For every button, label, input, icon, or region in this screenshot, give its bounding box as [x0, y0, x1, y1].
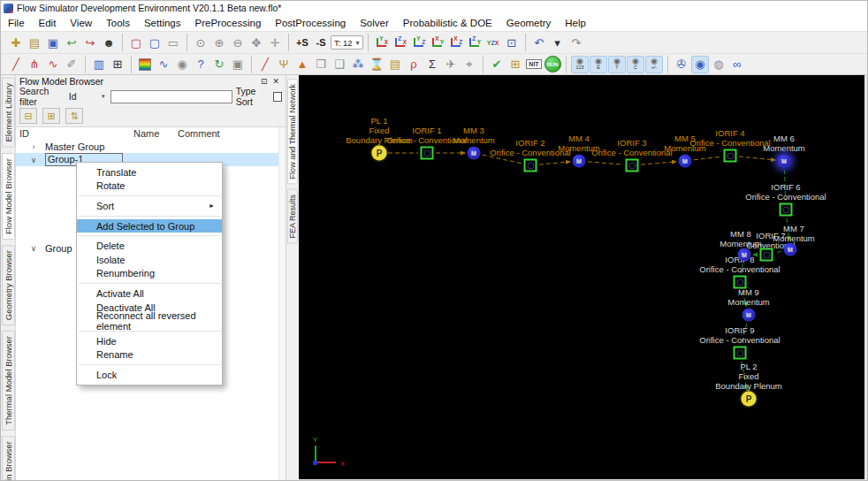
zoom-in-button[interactable]: ⊕	[210, 34, 228, 51]
select-elements-button[interactable]: ▢	[146, 34, 164, 51]
search-input[interactable]	[110, 90, 232, 103]
flame-plot-button[interactable]: ▲	[293, 56, 311, 73]
context-menu-item-translate[interactable]: Translate	[77, 165, 222, 179]
node-iorif2[interactable]	[524, 159, 537, 172]
export-model-button[interactable]: ↪	[81, 34, 99, 51]
box-3d-button[interactable]: ❒	[312, 56, 330, 73]
undo-history-button[interactable]: ▾	[549, 34, 567, 51]
menu-view[interactable]: View	[63, 17, 99, 29]
context-menu-item-delete[interactable]: Delete	[77, 239, 222, 253]
menu-settings[interactable]: Settings	[137, 17, 188, 29]
create-element-button[interactable]: ╱	[7, 56, 25, 73]
add-to-group-button[interactable]: ⊟	[19, 108, 37, 124]
aero-mode-button[interactable]: ✈	[442, 56, 460, 73]
check-model-button[interactable]: ✔	[488, 56, 506, 73]
node-iorif7[interactable]	[760, 248, 773, 262]
tab-thermal-model-browser[interactable]: Thermal Model Browser	[2, 331, 15, 431]
calculator-button[interactable]: ⊞	[506, 56, 524, 73]
nit-button[interactable]: NIT	[525, 56, 543, 73]
view-zy-button[interactable]: ZY	[466, 34, 483, 51]
decrease-symbol-size-button[interactable]: -S	[312, 34, 330, 51]
create-chain-button[interactable]: ∿	[44, 56, 62, 73]
float-panel-icon[interactable]: ⊡	[258, 77, 270, 86]
refresh-results-button[interactable]: ↻	[210, 56, 228, 73]
increase-symbol-size-button[interactable]: +S	[293, 34, 311, 51]
tab-geometry-browser[interactable]: Geometry Browser	[2, 245, 15, 325]
node-mm3[interactable]: M	[468, 147, 481, 160]
network-canvas[interactable]: Y X PPL 1FixedBoundary PlenumIORIF 1Orif…	[299, 75, 867, 481]
menu-postprocessing[interactable]: PostProcessing	[268, 17, 353, 29]
zoom-out-button[interactable]: ⊖	[229, 34, 247, 51]
node-mm7[interactable]: M	[784, 243, 797, 256]
node-mm4[interactable]: M	[573, 155, 586, 168]
menu-tools[interactable]: Tools	[99, 17, 137, 29]
redo-button[interactable]: ↷	[567, 34, 585, 51]
element-tool-button[interactable]: ╱	[256, 56, 274, 73]
node-pl1[interactable]: P	[372, 146, 387, 161]
undo-button[interactable]: ↶	[530, 34, 548, 51]
save-results-button[interactable]: ▣	[229, 56, 247, 73]
node-mm9[interactable]: M	[742, 309, 756, 322]
import-model-button[interactable]: ↩	[63, 34, 80, 51]
view-result-button[interactable]: ◉	[173, 56, 191, 73]
select-nodes-button[interactable]: ▢	[127, 34, 145, 51]
plot-curves-button[interactable]: ∿	[155, 56, 172, 73]
zoom-window-button[interactable]: ⊙	[192, 34, 209, 51]
view-zx-button[interactable]: ZX	[392, 34, 409, 51]
fit-screen-button[interactable]: ⊡	[503, 34, 521, 51]
query-info-button[interactable]: ?	[192, 56, 209, 73]
snapshot-button[interactable]: ✇	[673, 56, 690, 73]
box-3d-alt-button[interactable]: ❑	[331, 56, 348, 73]
menu-solver[interactable]: Solver	[353, 17, 396, 29]
show-signs-button[interactable]: ◉+/-	[645, 56, 663, 73]
tree-row-master-group[interactable]: ›Master Group	[16, 140, 286, 153]
menu-preprocessing[interactable]: PreProcessing	[188, 17, 269, 29]
context-menu-item-hide[interactable]: Hide	[77, 334, 222, 348]
context-menu-item-rename[interactable]: Rename	[77, 348, 222, 363]
context-menu-item-rotate[interactable]: Rotate	[77, 179, 222, 194]
panel-scrollbar[interactable]	[278, 127, 286, 481]
type-sort-checkbox[interactable]	[273, 92, 282, 102]
summation-button[interactable]: Σ	[423, 56, 441, 73]
user-profile-button[interactable]: ☻	[100, 34, 118, 51]
cost-stack-button[interactable]: ▤	[386, 56, 404, 73]
node-iorif1[interactable]	[421, 147, 434, 160]
results-table-button[interactable]: ⊞	[109, 56, 126, 73]
show-surfaces-button[interactable]: ◉	[691, 56, 709, 73]
context-menu-item-activate-all[interactable]: Activate All	[77, 286, 222, 301]
open-model-button[interactable]: ▤	[26, 34, 43, 51]
node-mm6[interactable]: M	[778, 155, 791, 168]
save-model-button[interactable]: ▣	[44, 34, 62, 51]
tab-domain-browser[interactable]: Domain Browser	[2, 436, 15, 481]
probe-button[interactable]: ⌖	[461, 56, 478, 73]
text-size-button[interactable]: T: 12▾	[331, 35, 363, 50]
show-grid-button[interactable]: ◍	[710, 56, 727, 73]
new-model-button[interactable]: ✚	[7, 34, 25, 51]
context-menu-item-isolate[interactable]: Isolate	[77, 253, 222, 267]
hierarchy-tool-button[interactable]: Ψ	[275, 56, 293, 73]
move-entity-button[interactable]: ✛	[266, 34, 284, 51]
node-iorif9[interactable]	[734, 347, 747, 360]
contour-legend-button[interactable]	[136, 56, 154, 73]
node-mm8[interactable]: M	[738, 248, 751, 262]
chevron-expanded-icon[interactable]: ∨	[28, 244, 39, 253]
menu-edit[interactable]: Edit	[32, 17, 64, 29]
run-button[interactable]: RUN	[544, 56, 561, 73]
menu-geometry[interactable]: Geometry	[499, 17, 559, 29]
sketch-element-button[interactable]: ✐	[63, 56, 80, 73]
context-menu-item-renumbering[interactable]: Renumbering	[77, 267, 222, 281]
view-xz-button[interactable]: XZ	[447, 34, 465, 51]
view-yx-button[interactable]: YX	[373, 34, 391, 51]
pan-button[interactable]: ✥	[247, 34, 265, 51]
context-menu-item-add-selected-to-group[interactable]: Add Selected to Group	[77, 219, 222, 233]
node-iorif6[interactable]	[780, 203, 793, 217]
menu-help[interactable]: Help	[558, 17, 593, 29]
filter-field-dropdown[interactable]: Id ▾	[67, 91, 107, 102]
add-group-nodes-button[interactable]: ⁂	[349, 56, 367, 73]
node-iorif8[interactable]	[734, 276, 747, 289]
create-branch-button[interactable]: ⋔	[26, 56, 43, 73]
transient-plot-button[interactable]: ⌛	[368, 56, 385, 73]
close-panel-icon[interactable]: ✕	[270, 77, 282, 86]
context-menu-item-sort[interactable]: Sort►	[77, 199, 222, 213]
menu-probabilistic-doe[interactable]: Probabilistic & DOE	[396, 17, 499, 29]
